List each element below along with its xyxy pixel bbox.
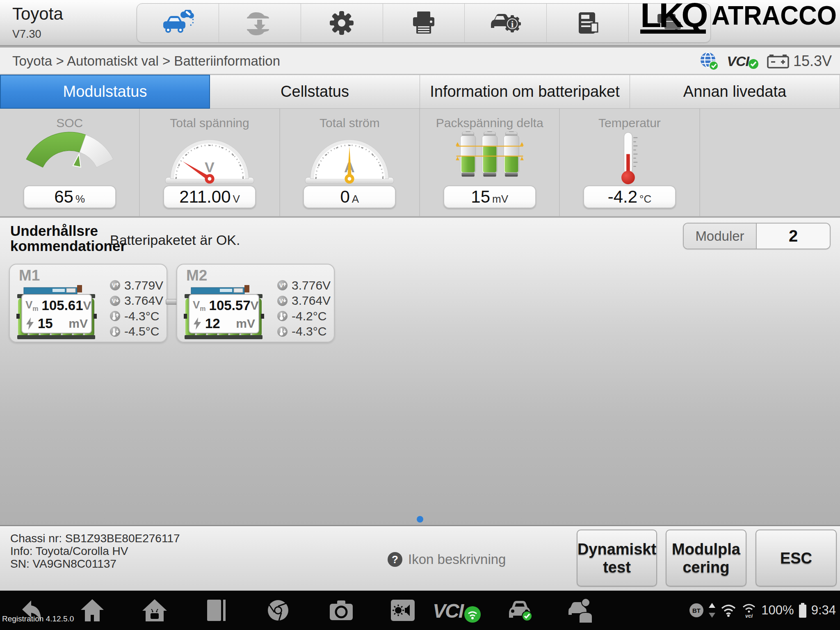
svg-text:BT: BT bbox=[692, 607, 701, 614]
lkq-wordmark: LKQ bbox=[640, 1, 705, 34]
gauge-soc: SOC 65 % bbox=[0, 109, 140, 216]
android-home-icon[interactable] bbox=[142, 598, 168, 622]
vehicle-exchange-button[interactable] bbox=[219, 4, 301, 42]
tmin-badge-icon bbox=[110, 326, 121, 337]
technician-icon[interactable] bbox=[567, 598, 594, 623]
module-card-m1[interactable]: M1 bbox=[9, 264, 167, 342]
breadcrumb-bar: Toyota > Automatiskt val > Batteriinform… bbox=[0, 48, 840, 75]
connection-status: VCI 15.3V bbox=[699, 48, 832, 75]
soc-arc-gauge bbox=[12, 131, 127, 185]
module-delta: 15 bbox=[38, 316, 53, 331]
gauge-value: 65 bbox=[54, 187, 73, 207]
module-id: M1 bbox=[19, 267, 40, 284]
svg-text:V: V bbox=[279, 282, 283, 289]
gauge-total-current: Total ström A 0 A bbox=[280, 109, 420, 216]
printer-icon bbox=[411, 11, 437, 35]
home-icon[interactable] bbox=[80, 598, 105, 622]
settings-button[interactable] bbox=[301, 4, 383, 42]
tab-batteripaket-info[interactable]: Information om batteripaket bbox=[420, 75, 630, 109]
camera-icon[interactable] bbox=[329, 600, 354, 621]
delta-lightning-icon bbox=[193, 317, 202, 330]
battery-delta-icon bbox=[441, 129, 539, 183]
tmin-badge-icon bbox=[277, 326, 288, 337]
recommendations-title: Underhållsre kommendationer bbox=[10, 223, 126, 253]
modules-counter[interactable]: Moduler 2 bbox=[683, 223, 831, 249]
current-needle-gauge: A bbox=[298, 131, 401, 185]
module-delta-unit: mV bbox=[236, 317, 255, 331]
module-voltage-icon: Vm bbox=[193, 299, 206, 313]
gauge-value-box: 0 A bbox=[303, 185, 396, 208]
display-settings-icon[interactable] bbox=[390, 599, 415, 622]
data-manager-button[interactable] bbox=[547, 4, 629, 42]
toolbar: i bbox=[137, 3, 711, 43]
icon-description-label: Ikon beskrivning bbox=[408, 552, 506, 567]
main-content: Underhållsre kommendationer Batteripaket… bbox=[0, 218, 840, 525]
vci-nav-logo[interactable]: VCI bbox=[433, 600, 463, 622]
tab-cellstatus[interactable]: Cellstatus bbox=[210, 75, 420, 109]
gauge-value-box: 15 mV bbox=[443, 185, 536, 208]
gauge-value-box: 65 % bbox=[23, 185, 116, 208]
vehicle-info-button[interactable]: i bbox=[465, 4, 547, 42]
svg-text:i: i bbox=[511, 19, 514, 30]
bluetooth-status-icon: BT bbox=[689, 603, 704, 618]
vehicle-brand: Toyota bbox=[12, 4, 63, 24]
vci-status-label: VCI bbox=[727, 53, 749, 69]
module-vmin: 3.764V bbox=[292, 294, 331, 308]
gauge-label: Total ström bbox=[280, 116, 419, 130]
module-delta: 12 bbox=[205, 316, 220, 331]
gauge-value: -4.2 bbox=[608, 187, 637, 207]
app-version: V7.30 bbox=[12, 28, 41, 41]
help-icon: ? bbox=[388, 552, 402, 567]
module-id: M2 bbox=[186, 267, 207, 284]
modules-count: 2 bbox=[757, 224, 830, 249]
module-placement-button[interactable]: Modulpla cering bbox=[666, 530, 746, 587]
recommendations-message: Batteripaketet är OK. bbox=[110, 232, 240, 248]
gauge-unit: % bbox=[75, 193, 85, 205]
svg-text:vci: vci bbox=[745, 613, 753, 619]
chrome-icon[interactable] bbox=[267, 599, 290, 622]
module-voltage: 105.57 bbox=[209, 298, 251, 313]
module-vmax: 3.779V bbox=[124, 278, 163, 292]
vehicle-battery-icon bbox=[767, 53, 790, 69]
gauge-value-box: -4.2 °C bbox=[583, 185, 676, 208]
gauge-row: SOC 65 % bbox=[0, 109, 840, 217]
updown-arrows-icon bbox=[708, 602, 716, 619]
gauge-pack-delta: Packspänning delta bbox=[420, 109, 560, 216]
tab-modulstatus[interactable]: Modulstatus bbox=[0, 75, 210, 109]
module-tmin: -4.5°C bbox=[124, 324, 159, 338]
page-indicator-dot[interactable] bbox=[417, 516, 423, 523]
module-card-m2[interactable]: M2 bbox=[176, 264, 335, 342]
svg-text:V: V bbox=[112, 282, 116, 289]
gauge-unit: mV bbox=[492, 193, 508, 205]
icon-description[interactable]: ? Ikon beskrivning bbox=[388, 552, 506, 567]
android-nav-bar: VCI BT bbox=[0, 591, 840, 630]
gauge-label: Packspänning delta bbox=[420, 116, 559, 130]
registration-version: Registration 4.12.5.0 bbox=[2, 614, 74, 623]
tab-annan-livedata[interactable]: Annan livedata bbox=[630, 75, 840, 109]
print-button[interactable] bbox=[383, 4, 465, 42]
wifi-status-icon bbox=[720, 603, 737, 617]
gauge-unit: °C bbox=[639, 193, 651, 205]
vmax-badge-icon: V bbox=[110, 280, 121, 291]
dynamic-test-button[interactable]: Dynamiskt test bbox=[577, 530, 657, 587]
module-tmax: -4.2°C bbox=[292, 309, 326, 323]
gauge-total-voltage: Total spänning V bbox=[140, 109, 280, 216]
vehicle-connected-icon[interactable] bbox=[507, 598, 533, 623]
module-voltage-unit: V bbox=[83, 299, 91, 313]
vehicle-data-icon: i bbox=[488, 10, 523, 36]
battery-voltage: 15.3V bbox=[793, 52, 832, 70]
vci-connected-icon bbox=[747, 56, 760, 70]
gauge-value: 0 bbox=[340, 187, 349, 207]
vci-wifi-status-icon: vci bbox=[741, 602, 757, 619]
module-delta-unit: mV bbox=[68, 317, 88, 331]
battery-status-icon bbox=[798, 602, 807, 619]
lkq-atracco-logo: LKQ ATRACCO bbox=[640, 1, 837, 34]
gauge-label: SOC bbox=[0, 116, 139, 130]
module-voltage-unit: V bbox=[251, 299, 259, 313]
module-tmax: -4.3°C bbox=[124, 309, 159, 323]
gauge-unit: V bbox=[233, 193, 240, 205]
module-value-box: Vm 105.61 V 15 mV bbox=[21, 294, 92, 333]
esc-button[interactable]: ESC bbox=[756, 530, 837, 587]
recent-apps-icon[interactable] bbox=[206, 599, 226, 622]
diagnostics-button[interactable] bbox=[137, 4, 219, 42]
